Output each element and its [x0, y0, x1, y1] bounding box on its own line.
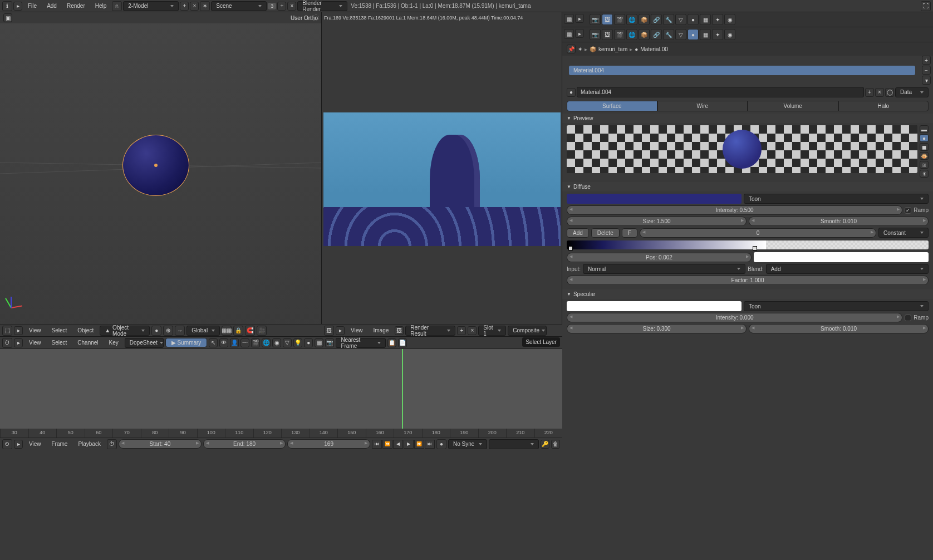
menu-select[interactable]: Select — [47, 326, 72, 335]
dopesheet-mode-dropdown[interactable]: DopeSheet — [125, 338, 164, 348]
tab-render[interactable]: 📷 — [590, 14, 601, 25]
filter-hidden-icon[interactable]: 👁 — [219, 338, 228, 347]
play-button[interactable]: ▶ — [404, 440, 414, 449]
insert-keyframe-icon[interactable]: 🔑 — [541, 440, 549, 449]
filter-mat-icon[interactable]: ● — [304, 338, 313, 347]
ramp-stop-0[interactable] — [568, 246, 573, 250]
tab-physics[interactable]: ◉ — [724, 14, 735, 25]
tab-wire[interactable]: Wire — [657, 101, 748, 111]
filter-lamp-icon[interactable]: 💡 — [293, 338, 302, 347]
tab-physics[interactable]: ◉ — [724, 29, 735, 40]
diffuse-intensity-field[interactable]: Intensity: 0.500 — [567, 205, 902, 215]
diffuse-shader-dropdown[interactable]: Toon — [744, 194, 929, 204]
menu-view[interactable]: View — [24, 338, 46, 347]
pin-icon[interactable]: 📌 — [567, 45, 576, 53]
area-split-widget[interactable] — [312, 14, 319, 21]
expand-icon[interactable]: ▸ — [14, 440, 23, 449]
ramp-stop-color-swatch[interactable] — [754, 252, 929, 262]
tab-material[interactable]: ● — [688, 29, 699, 40]
filter-node-icon[interactable]: ◉ — [272, 338, 281, 347]
summary-toggle[interactable]: ▶ Summary — [165, 338, 208, 347]
layers-grid-icon[interactable]: ▦▦ — [222, 326, 232, 336]
filter-cam-icon[interactable]: 📷 — [325, 338, 334, 347]
diffuse-color-swatch[interactable] — [567, 194, 742, 204]
menu-channel[interactable]: Channel — [73, 338, 102, 347]
tab-texture[interactable]: ▦ — [700, 29, 711, 40]
menu-help[interactable]: Help — [91, 1, 111, 11]
tab-scene[interactable]: 🎬 — [614, 29, 625, 40]
expand-menus-icon[interactable]: ▸ — [13, 2, 22, 11]
tab-material[interactable]: ● — [688, 14, 699, 25]
screen-layout-dropdown[interactable]: 2-Model — [123, 1, 179, 11]
scene-browse-icon[interactable]: ✶ — [200, 1, 210, 11]
keying-set-dropdown[interactable] — [489, 439, 539, 449]
scene-users-badge[interactable]: 3 — [268, 3, 276, 9]
unlink-image-icon[interactable]: × — [468, 326, 477, 335]
specular-size-field[interactable]: Size: 0.300 — [567, 324, 747, 333]
render-engine-dropdown[interactable]: Blender Render — [297, 1, 347, 11]
tab-render-layers[interactable]: 🖼 — [602, 29, 613, 40]
unlink-material-icon[interactable]: × — [875, 88, 884, 97]
editor-type-icon[interactable]: ⏲ — [2, 439, 12, 449]
ramp-delete-button[interactable]: Delete — [591, 228, 620, 238]
menu-view[interactable]: View — [24, 439, 46, 449]
current-frame-field[interactable]: 169 — [287, 439, 370, 449]
scene-dropdown[interactable]: Scene — [211, 1, 267, 11]
toggle-maximize-icon[interactable]: ▣ — [3, 13, 12, 22]
menu-file[interactable]: File — [23, 1, 41, 11]
tab-constraints[interactable]: 🔗 — [651, 29, 662, 40]
playhead[interactable] — [402, 349, 403, 429]
ramp-blend-dropdown[interactable]: Add — [766, 264, 929, 274]
editor-type-icon[interactable]: ⬚ — [2, 326, 12, 336]
node-toggle-icon[interactable]: ◯ — [885, 88, 894, 97]
viewport-canvas[interactable]: (169) kemuri_tama — [0, 23, 321, 335]
specular-intensity-field[interactable]: Intensity: 0.000 — [567, 313, 902, 322]
panel-specular-header[interactable]: Specular — [562, 289, 933, 299]
play-reverse-button[interactable]: ◀ — [393, 440, 403, 449]
preview-monkey-icon[interactable]: 🐵 — [920, 152, 929, 160]
preview-sky-icon[interactable]: ☀ — [920, 170, 929, 178]
menu-select[interactable]: Select — [47, 338, 72, 347]
end-frame-field[interactable]: End: 180 — [203, 439, 286, 449]
editor-type-icon[interactable]: ▦ — [564, 14, 574, 24]
shading-mode-icon[interactable]: ● — [151, 326, 161, 336]
preview-sphere-icon[interactable]: ● — [920, 134, 929, 142]
tab-scene[interactable]: 🎬 — [614, 14, 625, 25]
menu-image[interactable]: Image — [369, 326, 394, 335]
pin-image-icon[interactable]: + — [457, 326, 466, 335]
paste-keys-icon[interactable]: 📄 — [398, 338, 407, 347]
specular-smooth-field[interactable]: Smooth: 0.010 — [749, 324, 929, 333]
filter-fcurve-icon[interactable]: 〰 — [240, 338, 249, 347]
filter-sel-icon[interactable]: ↖ — [209, 338, 218, 347]
ramp-factor-field[interactable]: Factor: 1.000 — [567, 276, 929, 285]
browse-material-icon[interactable]: ● — [567, 88, 576, 97]
tab-world[interactable]: 🌐 — [626, 29, 637, 40]
menu-view[interactable]: View — [346, 326, 367, 335]
mode-dropdown[interactable]: ▲ Object Mode — [100, 326, 150, 336]
breadcrumb-object[interactable]: kemuri_tam — [598, 46, 627, 52]
tab-render-layers[interactable]: 🖼 — [602, 14, 613, 25]
editor-type-icon[interactable]: ℹ — [2, 1, 12, 11]
pivot-icon[interactable]: ⊕ — [163, 326, 173, 336]
ramp-stop-1[interactable] — [753, 246, 757, 250]
slot-dropdown[interactable]: Slot 1 — [478, 326, 506, 336]
keyframe-prev-button[interactable]: ⏪ — [382, 440, 392, 449]
menu-view[interactable]: View — [24, 326, 46, 335]
expand-icon[interactable]: ▸ — [575, 14, 584, 23]
tab-data[interactable]: ▽ — [675, 14, 686, 25]
start-frame-field[interactable]: Start: 40 — [119, 439, 202, 449]
menu-object[interactable]: Object — [73, 326, 98, 335]
tab-modifiers[interactable]: 🔧 — [663, 14, 674, 25]
lock-camera-icon[interactable]: 🔒 — [233, 326, 243, 336]
copy-keys-icon[interactable]: 📋 — [387, 338, 396, 347]
color-ramp[interactable] — [567, 240, 929, 249]
expand-icon[interactable]: ▸ — [14, 338, 23, 347]
tab-world[interactable]: 🌐 — [626, 14, 637, 25]
material-slot-item[interactable]: Material.004 — [569, 66, 915, 75]
specular-color-swatch[interactable] — [567, 301, 742, 311]
preview-hair-icon[interactable]: ≋ — [920, 161, 929, 169]
filter-tex-icon[interactable]: ▦ — [315, 338, 323, 347]
filter-mesh-icon[interactable]: ▽ — [283, 338, 292, 347]
image-dropdown[interactable]: Render Result — [405, 326, 455, 336]
specular-ramp-checkbox[interactable] — [905, 315, 911, 321]
